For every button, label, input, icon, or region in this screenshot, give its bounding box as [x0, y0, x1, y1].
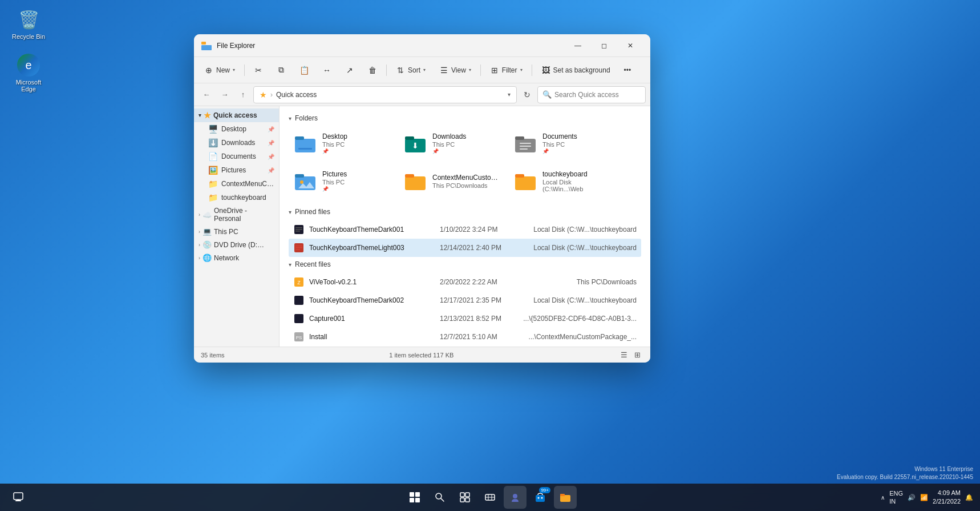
- maximize-button[interactable]: ◻: [591, 37, 617, 55]
- sidebar-dvddrive[interactable]: › 💿 DVD Drive (D:) CCC...: [194, 238, 279, 251]
- set-background-button[interactable]: 🖼 Set as background: [536, 61, 616, 79]
- filter-button[interactable]: ⊞ Filter ▾: [484, 61, 528, 79]
- recent-file-cap001[interactable]: Capture001 12/13/2021 8:52 PM ...\{5205D…: [289, 309, 641, 328]
- folder-item-pictures[interactable]: Pictures This PC 📌: [289, 164, 394, 198]
- cap001-file-icon: [293, 313, 305, 324]
- store-icon: [535, 492, 545, 502]
- window-title: File Explorer: [217, 42, 560, 50]
- downloads-folder-icon: ⬇: [404, 132, 427, 155]
- sidebar-item-pictures[interactable]: 🖼️ Pictures 📌: [194, 163, 279, 177]
- clock-time: 4:09 AM: [933, 489, 961, 497]
- start-button[interactable]: [403, 486, 426, 509]
- filter-icon: ⊞: [490, 66, 499, 75]
- thispc-chevron-icon: ›: [199, 229, 200, 235]
- onedrive-chevron-icon: ›: [199, 212, 200, 218]
- documents-folder-details: Documents This PC 📌: [542, 132, 577, 154]
- paste-button[interactable]: 📋: [294, 61, 314, 79]
- svg-rect-44: [460, 493, 464, 497]
- edge-icon[interactable]: e Microsoft Edge: [6, 51, 51, 95]
- system-clock[interactable]: 4:09 AM 2/21/2022: [933, 489, 961, 506]
- sidebar-thispc[interactable]: › 💻 This PC: [194, 225, 279, 238]
- cut-button[interactable]: ✂: [248, 61, 269, 79]
- recycle-bin-label: Recycle Bin: [12, 33, 45, 40]
- downloads-folder-pin: 📌: [432, 148, 466, 154]
- documents-folder-icon: [514, 132, 537, 155]
- volume-icon[interactable]: 🔊: [908, 494, 916, 501]
- sidebar-quick-access-header[interactable]: ▾ ★ Quick access: [194, 108, 279, 122]
- folder-item-desktop[interactable]: Desktop This PC 📌: [289, 127, 394, 160]
- pinned-file-tkd001[interactable]: TouchKeyboardThemeDark001 1/10/2022 3:24…: [289, 220, 641, 239]
- list-view-button[interactable]: ☰: [618, 349, 630, 361]
- more-options-button[interactable]: •••: [618, 61, 637, 79]
- store-badge: 99+: [539, 487, 550, 493]
- folder-item-downloads[interactable]: ⬇ Downloads This PC 📌: [399, 127, 504, 160]
- dvd-chevron-icon: ›: [199, 242, 200, 248]
- status-items-count: 35 items: [201, 352, 225, 359]
- view-button[interactable]: ☰ View ▾: [434, 61, 477, 79]
- sidebar-item-documents[interactable]: 📄 Documents 📌: [194, 150, 279, 163]
- recent-file-tkd002[interactable]: TouchKeyboardThemeDark002 12/17/2021 2:3…: [289, 291, 641, 309]
- desktop-pin-icon: 📌: [268, 126, 274, 132]
- grid-view-button[interactable]: ⊞: [632, 349, 643, 361]
- downloads-folder-details: Downloads This PC 📌: [432, 132, 466, 154]
- new-button[interactable]: ⊕ New ▾: [199, 61, 241, 79]
- taskbar-left: [7, 486, 30, 509]
- folder-item-touchkeyboard[interactable]: touchkeyboard Local Disk (C:\Win...\Web: [509, 164, 614, 198]
- tkl003-file-icon: [293, 242, 305, 254]
- notification-button[interactable]: 🔔: [965, 494, 973, 501]
- file-explorer-window: File Explorer — ◻ ✕ ⊕ New ▾ ✂ ⧉ 📋 ↔ ↗: [194, 34, 650, 363]
- copy-button[interactable]: ⧉: [271, 61, 291, 79]
- pinned-file-tkl003[interactable]: TouchKeyboardThemeLight003 12/14/2021 2:…: [289, 239, 641, 257]
- folder-item-documents[interactable]: Documents This PC 📌: [509, 127, 614, 160]
- back-button[interactable]: ←: [199, 87, 214, 103]
- sidebar-item-contextmenu[interactable]: 📁 ContextMenuCust...: [194, 177, 279, 191]
- search-button[interactable]: [428, 486, 451, 509]
- svg-rect-27: [295, 247, 302, 248]
- svg-rect-3: [295, 139, 315, 152]
- sidebar-item-downloads[interactable]: ⬇️ Downloads 📌: [194, 136, 279, 150]
- file-explorer-title-icon: [201, 40, 212, 51]
- sidebar-network[interactable]: › 🌐 Network: [194, 251, 279, 264]
- recent-file-vive[interactable]: Z ViVeTool-v0.2.1 2/20/2022 2:22 AM This…: [289, 273, 641, 291]
- network-tray-icon[interactable]: 📶: [920, 494, 928, 501]
- share-button[interactable]: ↗: [339, 61, 360, 79]
- desktop-sidebar-icon: 🖥️: [208, 124, 218, 134]
- quick-access-star-icon: ★: [260, 90, 267, 99]
- recent-files-section-header[interactable]: ▾ Recent files: [289, 257, 641, 273]
- delete-button[interactable]: 🗑: [362, 61, 383, 79]
- thispc-icon: 💻: [203, 227, 212, 236]
- rename-button[interactable]: ↔: [317, 61, 337, 79]
- file-explorer-taskbar-button[interactable]: [554, 486, 577, 509]
- language-indicator: ENG IN: [889, 489, 903, 506]
- teams-button[interactable]: [504, 486, 527, 509]
- task-view-button[interactable]: [453, 486, 476, 509]
- refresh-button[interactable]: ↻: [519, 87, 535, 103]
- copy-icon: ⧉: [277, 66, 286, 75]
- sidebar-item-touchkeyboard[interactable]: 📁 touchkeyboard: [194, 191, 279, 204]
- svg-line-43: [441, 498, 444, 501]
- recycle-bin-icon[interactable]: 🗑️ Recycle Bin: [6, 6, 51, 42]
- address-path-box[interactable]: ★ › Quick access ▾: [253, 86, 517, 103]
- folder-item-contextmenu[interactable]: ContextMenuCustomPac... This PC\Download…: [399, 164, 504, 198]
- svg-rect-18: [405, 174, 414, 178]
- pinned-files-section-header[interactable]: ▾ Pinned files: [289, 204, 641, 220]
- sort-button[interactable]: ⇅ Sort ▾: [390, 61, 431, 79]
- sidebar-onedrive[interactable]: › ☁️ OneDrive - Personal: [194, 204, 279, 225]
- folder-grid: Desktop This PC 📌 ⬇ Downloads This PC: [289, 127, 641, 198]
- close-button[interactable]: ✕: [617, 37, 643, 55]
- svg-rect-45: [465, 493, 469, 497]
- folders-section-header[interactable]: ▾ Folders: [289, 111, 641, 127]
- up-button[interactable]: ↑: [235, 87, 251, 103]
- chevron-up-icon[interactable]: ∧: [881, 494, 885, 501]
- taskbar-show-desktop-button[interactable]: [7, 486, 30, 509]
- svg-rect-7: [405, 136, 414, 140]
- forward-button[interactable]: →: [217, 87, 233, 103]
- svg-rect-5: [298, 148, 312, 150]
- minimize-button[interactable]: —: [565, 37, 591, 55]
- downloads-pin-icon: 📌: [268, 140, 274, 146]
- recent-file-install[interactable]: PS Install 12/7/2021 5:10 AM ...\Context…: [289, 328, 641, 346]
- sidebar-item-desktop[interactable]: 🖥️ Desktop 📌: [194, 122, 279, 136]
- widgets-button[interactable]: [479, 486, 501, 509]
- pinned-files-list: TouchKeyboardThemeDark001 1/10/2022 3:24…: [289, 220, 641, 257]
- search-input[interactable]: [554, 91, 641, 99]
